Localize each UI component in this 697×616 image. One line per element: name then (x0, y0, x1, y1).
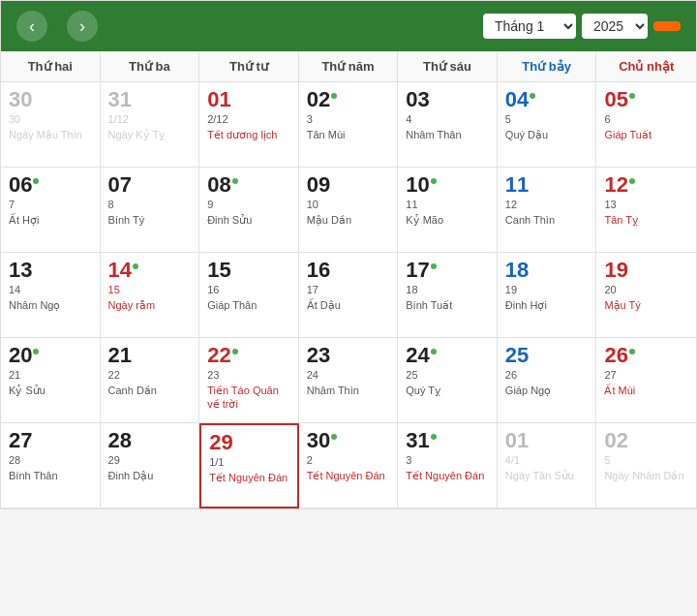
lunar-date: 17 (307, 284, 390, 295)
table-row[interactable]: 16 17 Ất Dậu (299, 253, 399, 338)
solar-date: 19 (604, 259, 688, 282)
table-row[interactable]: 03 4 Nhâm Thân (398, 82, 498, 168)
table-row[interactable]: 10 11 Kỷ Mão (398, 168, 498, 253)
lunar-name: Nhâm Ngọ (9, 298, 92, 312)
table-row[interactable]: 23 24 Nhâm Thìn (299, 338, 399, 423)
lunar-date: 4 (406, 113, 489, 125)
table-row[interactable]: 20 21 Kỷ Sửu (1, 338, 101, 423)
day-tuesday: Thứ ba (101, 51, 200, 81)
next-month-button[interactable]: › (67, 11, 98, 42)
table-row[interactable]: 11 12 Canh Thìn (498, 168, 597, 253)
solar-date: 01 (505, 429, 589, 452)
solar-date: 28 (108, 429, 192, 452)
table-row[interactable]: 12 13 Tân Tỵ (596, 168, 696, 253)
lunar-name: Ất Hợi (9, 213, 92, 227)
table-row[interactable]: 28 29 Đinh Dậu (101, 423, 200, 508)
solar-date: 17 (406, 259, 489, 282)
lunar-date: 5 (505, 113, 589, 125)
lunar-date: 6 (604, 113, 688, 125)
lunar-name: Ngày Mậu Thìn (9, 128, 92, 141)
view-button[interactable] (653, 21, 681, 31)
lunar-date: 5 (604, 454, 688, 466)
day-thursday: Thứ năm (299, 51, 399, 81)
table-row[interactable]: 29 1/1 Tết Nguyên Đán (199, 423, 299, 508)
lunar-date: 25 (406, 369, 489, 381)
event-dot (629, 349, 635, 354)
table-row[interactable]: 19 20 Mậu Tý (596, 253, 696, 338)
lunar-name: Ngày Tân Sửu (505, 469, 589, 482)
table-row[interactable]: 02 5 Ngày Nhâm Dần (596, 423, 696, 508)
lunar-name: Tân Tỵ (604, 213, 688, 227)
table-row[interactable]: 31 1/12 Ngày Kỷ Tỵ (101, 82, 200, 168)
event-dot (232, 349, 238, 354)
solar-date: 31 (108, 88, 192, 111)
table-row[interactable]: 06 7 Ất Hợi (1, 168, 101, 253)
lunar-date: 10 (307, 199, 390, 210)
header-left: ‹ › (16, 11, 98, 42)
solar-date: 08 (207, 173, 290, 197)
lunar-date: 27 (604, 369, 688, 381)
table-row[interactable]: 13 14 Nhâm Ngọ (1, 253, 101, 338)
table-row[interactable]: 07 8 Bính Tý (101, 168, 200, 253)
table-row[interactable]: 24 25 Quý Tỵ (398, 338, 498, 423)
table-row[interactable]: 27 28 Bính Thân (1, 423, 101, 508)
month-select[interactable]: Tháng 1 Tháng 2 Tháng 3 Tháng 4 Tháng 5 … (483, 14, 576, 39)
event-dot (133, 263, 138, 269)
solar-date: 22 (207, 344, 290, 367)
table-row[interactable]: 30 30 Ngày Mậu Thìn (1, 82, 101, 168)
table-row[interactable]: 26 27 Ất Mùi (596, 338, 696, 423)
event-dot (431, 263, 437, 269)
table-row[interactable]: 30 2 Tết Nguyên Đán (299, 423, 399, 508)
table-row[interactable]: 18 19 Đinh Hợi (498, 253, 597, 338)
lunar-date: 12 (505, 199, 589, 210)
day-saturday: Thứ bảy (498, 51, 597, 81)
lunar-name: Kỷ Sửu (9, 384, 92, 397)
year-select[interactable]: 2023 2024 2025 2026 (582, 14, 648, 39)
table-row[interactable]: 25 26 Giáp Ngọ (498, 338, 597, 423)
lunar-date: 1/12 (108, 113, 192, 125)
solar-date: 09 (307, 173, 390, 197)
solar-date: 14 (108, 259, 192, 282)
lunar-date: 8 (108, 199, 192, 210)
table-row[interactable]: 02 3 Tân Mùi (299, 82, 399, 168)
solar-date: 05 (604, 88, 688, 111)
solar-date: 24 (406, 344, 489, 367)
table-row[interactable]: 09 10 Mậu Dần (299, 168, 399, 253)
lunar-name: Ngày Nhâm Dần (604, 469, 688, 482)
table-row[interactable]: 15 16 Giáp Thân (199, 253, 299, 338)
table-row[interactable]: 14 15 Ngày rằm (101, 253, 200, 338)
table-row[interactable]: 01 4/1 Ngày Tân Sửu (498, 423, 597, 508)
event-dot (431, 434, 437, 440)
solar-date: 03 (406, 88, 489, 111)
table-row[interactable]: 01 2/12 Tết dương lịch (199, 82, 299, 168)
table-row[interactable]: 17 18 Bính Tuất (398, 253, 498, 338)
table-row[interactable]: 22 23 Tiền Táo Quân về trời (199, 338, 299, 423)
header-right: Tháng 1 Tháng 2 Tháng 3 Tháng 4 Tháng 5 … (483, 14, 681, 39)
lunar-date: 2/12 (207, 113, 290, 125)
lunar-name: Kỷ Mão (406, 213, 489, 227)
lunar-date: 3 (307, 113, 390, 125)
prev-month-button[interactable]: ‹ (16, 11, 47, 42)
table-row[interactable]: 04 5 Quý Dậu (498, 82, 597, 168)
solar-date: 16 (307, 259, 390, 282)
lunar-name: Tiền Táo Quân về trời (207, 384, 290, 412)
solar-date: 27 (9, 429, 92, 452)
table-row[interactable]: 08 9 Đinh Sửu (199, 168, 299, 253)
event-dot (431, 178, 437, 184)
table-row[interactable]: 21 22 Canh Dần (101, 338, 200, 423)
table-row[interactable]: 05 6 Giáp Tuất (596, 82, 696, 168)
solar-date: 25 (505, 344, 589, 367)
lunar-date: 1/1 (209, 456, 289, 468)
lunar-name: Bính Tuất (406, 298, 489, 312)
event-dot (331, 434, 337, 440)
lunar-name: Ngày Kỷ Tỵ (108, 128, 192, 141)
solar-date: 06 (9, 173, 92, 197)
solar-date: 11 (505, 173, 589, 197)
lunar-name: Tết Nguyên Đán (406, 469, 489, 482)
table-row[interactable]: 31 3 Tết Nguyên Đán (398, 423, 498, 508)
lunar-name: Bính Thân (9, 469, 92, 482)
lunar-name: Giáp Ngọ (505, 384, 589, 397)
lunar-name: Canh Thìn (505, 213, 589, 227)
lunar-name: Tân Mùi (307, 128, 390, 141)
solar-date: 30 (9, 88, 92, 111)
